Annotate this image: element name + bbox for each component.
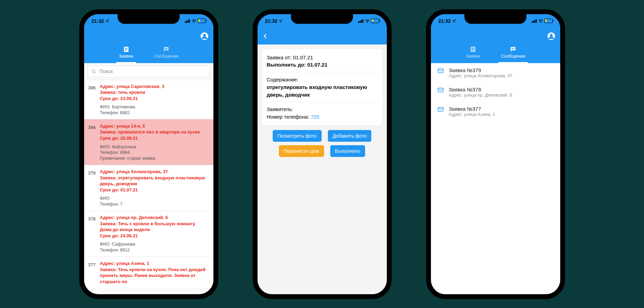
content-label: Содержание: <box>267 76 378 83</box>
messages-tab-icon <box>163 46 170 53</box>
tab-requests[interactable]: Заявки <box>116 44 136 63</box>
requests-tab-icon <box>470 46 476 53</box>
svg-rect-27 <box>472 48 474 48</box>
request-detail-card: Заявка от: 01.07.21 Выполнить до: 01.07.… <box>262 49 383 126</box>
request-address: Адрес: улица 14-я, 5 <box>100 123 209 129</box>
wifi-icon <box>538 19 543 23</box>
signal-icon <box>358 19 364 23</box>
svg-rect-14 <box>358 21 359 23</box>
svg-point-25 <box>550 34 553 37</box>
add-photo-button[interactable]: Добавить фото <box>328 130 372 142</box>
request-phone: Телефон: 8912 <box>100 247 209 253</box>
tab-messages[interactable]: Сообщения <box>498 44 528 63</box>
request-item[interactable]: 394Адрес: улица 14-я, 5Заявка: провалилс… <box>84 119 213 165</box>
mail-icon <box>437 87 444 93</box>
request-id: 378 <box>88 215 100 253</box>
back-icon[interactable] <box>262 33 269 39</box>
content-value: отрегулировать входную пластиковую дверь… <box>267 84 368 98</box>
message-item[interactable]: Заявка №379Адрес: улица Холмогорова, 37 <box>431 63 560 82</box>
request-id: 377 <box>88 260 100 285</box>
reschedule-button[interactable]: Перенести срок <box>279 145 324 157</box>
requests-tab-icon <box>123 46 130 53</box>
request-id: 379 <box>88 169 100 207</box>
phone-label: Номер телефона: <box>267 114 311 120</box>
view-photo-button[interactable]: Посмотреть фото <box>273 130 322 142</box>
search-input[interactable]: Поиск <box>88 66 210 77</box>
svg-rect-16 <box>361 20 362 23</box>
wifi-icon <box>191 19 197 23</box>
request-item[interactable]: 378Адрес: улица пр. Деповский, 6Заявка: … <box>84 211 213 257</box>
request-phone: Телефон: 7 <box>100 201 209 207</box>
phone-requests: 21:32 Заявки <box>79 9 218 299</box>
svg-rect-0 <box>185 21 186 23</box>
notch <box>118 14 180 24</box>
svg-rect-20 <box>533 21 534 23</box>
tab-messages[interactable]: Сообщения <box>151 44 181 63</box>
due-label: Выполнить до: <box>267 62 308 68</box>
done-button[interactable]: Выполнено <box>330 145 365 157</box>
svg-rect-1 <box>186 21 187 23</box>
request-due: Срок до: 23.09.21 <box>100 96 209 102</box>
request-item[interactable]: 379Адрес: улица Холмогорова, 37Заявка: о… <box>84 165 213 211</box>
tab-requests[interactable]: Заявки <box>463 44 483 63</box>
request-item[interactable]: 377Адрес: улица Азина, 1Заявка: Течь кро… <box>84 257 213 288</box>
svg-rect-10 <box>125 50 127 51</box>
from-label: Заявка от: <box>267 54 293 60</box>
svg-point-23 <box>540 22 541 23</box>
mail-icon <box>437 106 444 113</box>
request-note: Примечание: старая заявка <box>100 156 209 161</box>
svg-rect-12 <box>165 49 167 50</box>
due-value: 01.07.21 <box>307 62 327 68</box>
request-title: Заявка: Течь с кровли в большую комнату.… <box>100 221 209 233</box>
request-fio: ФИО: Файзуллина <box>100 144 209 150</box>
svg-point-4 <box>193 22 194 23</box>
tab-messages-label: Сообщения <box>501 53 525 59</box>
tab-requests-label: Заявки <box>466 53 480 59</box>
request-due: Срок до: 20.09.21 <box>100 135 209 141</box>
request-phone: Телефон: 8982 <box>100 110 209 116</box>
profile-icon[interactable] <box>547 32 555 40</box>
status-time: 21:32 <box>439 18 451 24</box>
svg-rect-9 <box>125 49 128 50</box>
svg-rect-22 <box>536 19 537 23</box>
svg-point-6 <box>203 34 206 37</box>
request-title: Заявка: течь кровли <box>100 89 209 96</box>
svg-rect-8 <box>125 48 128 48</box>
message-item[interactable]: Заявка №377Адрес: улица Азина, 1 <box>431 102 560 121</box>
messages-tab-icon <box>510 46 516 53</box>
signal-icon <box>185 19 190 23</box>
status-time: 21:32 <box>92 18 104 24</box>
battery-icon <box>544 19 553 23</box>
request-item[interactable]: 396Адрес: улица Саратовская, 3Заявка: те… <box>84 80 213 119</box>
request-due: Срок до: 24.06.21 <box>100 233 209 239</box>
svg-rect-28 <box>472 49 474 50</box>
svg-rect-15 <box>360 21 361 23</box>
profile-icon[interactable] <box>200 32 209 40</box>
request-fio: ФИО: Сафронова <box>100 241 209 247</box>
request-address: Адрес: улица Саратовская, 3 <box>100 83 209 90</box>
message-address: Адрес: улица пр. Деповский, 6 <box>449 92 512 98</box>
phone-messages: 21:32 Заявки <box>426 9 565 299</box>
request-fio: ФИО: Бортникова <box>100 104 209 110</box>
phone-detail: 21:32 Заявка от: 01.07.21 Выполнить до: … <box>253 9 392 299</box>
location-icon <box>279 19 283 23</box>
battery-icon <box>371 19 379 23</box>
status-time: 21:32 <box>265 18 278 24</box>
request-address: Адрес: улица Холмогорова, 37 <box>100 169 209 175</box>
message-title: Заявка №378 <box>449 87 512 92</box>
request-id: 394 <box>88 123 100 161</box>
phone-value[interactable]: 725 <box>311 114 319 120</box>
request-title: Заявка: отрегулировать входную пластиков… <box>100 175 209 187</box>
message-title: Заявка №377 <box>449 106 495 112</box>
message-item[interactable]: Заявка №378Адрес: улица пр. Деповский, 6 <box>431 82 560 102</box>
message-title: Заявка №379 <box>449 67 513 73</box>
svg-rect-29 <box>472 50 473 51</box>
svg-rect-31 <box>512 49 514 50</box>
svg-point-13 <box>92 69 94 72</box>
svg-rect-2 <box>188 20 189 23</box>
message-address: Адрес: улица Азина, 1 <box>449 112 495 117</box>
svg-rect-30 <box>512 48 514 49</box>
mail-icon <box>437 67 444 74</box>
svg-rect-3 <box>189 19 190 23</box>
battery-icon <box>198 19 206 23</box>
